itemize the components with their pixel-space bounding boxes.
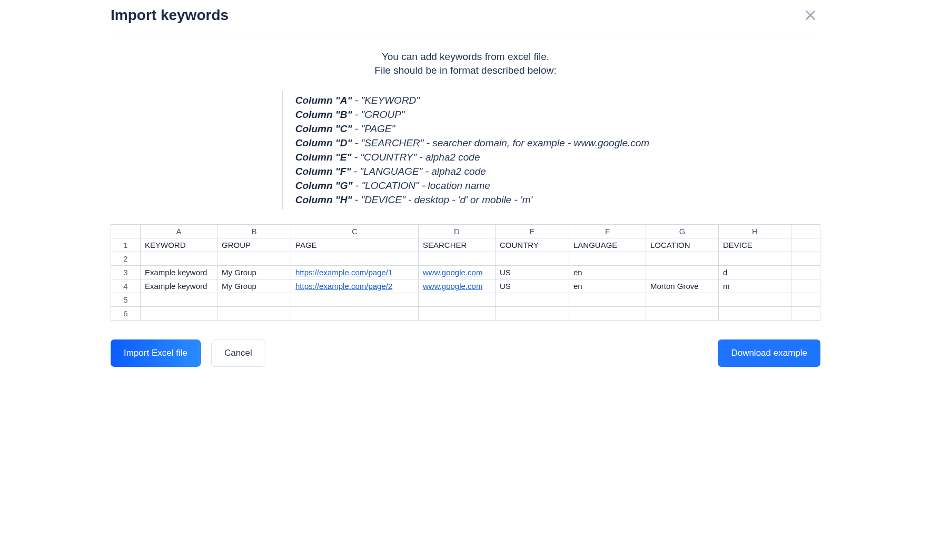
cell — [141, 307, 217, 321]
cell: https://example.com/page/2 — [291, 279, 419, 293]
row-number: 3 — [111, 266, 141, 279]
cell — [141, 252, 217, 266]
sheet-corner — [111, 225, 141, 238]
column-desc: - "PAGE" — [352, 123, 395, 134]
cell: LOCATION — [646, 238, 719, 252]
cell-link[interactable]: https://example.com/page/2 — [295, 282, 392, 291]
cancel-button[interactable]: Cancel — [211, 339, 265, 367]
table-row: 5 — [111, 293, 820, 307]
column-desc: - "SEARCHER" - searcher domain, for exam… — [352, 137, 650, 148]
cell: Morton Grove — [646, 279, 719, 293]
column-letter-label: Column "E" — [295, 152, 352, 163]
table-row: 6 — [111, 307, 820, 321]
cell — [791, 266, 820, 279]
column-desc: - "LOCATION" - location name — [353, 180, 490, 191]
cell: PAGE — [291, 238, 419, 252]
cell-link[interactable]: https://example.com/page/1 — [295, 268, 392, 277]
column-format-item: Column "A" - "KEYWORD" — [295, 95, 649, 106]
cell: My Group — [217, 279, 291, 293]
cell: d — [719, 266, 791, 279]
cell: www.google.com — [419, 279, 496, 293]
cell: US — [496, 279, 569, 293]
column-letter-label: Column "B" — [295, 109, 352, 120]
cell: My Group — [217, 266, 291, 279]
download-example-button[interactable]: Download example — [718, 339, 820, 367]
column-desc: - "KEYWORD" — [352, 95, 420, 106]
import-keywords-modal: Import keywords You can add keywords fro… — [97, 0, 834, 383]
cell — [291, 293, 419, 307]
cell — [791, 279, 820, 293]
column-letter-label: Column "F" — [295, 166, 351, 177]
column-letter: F — [569, 225, 646, 238]
column-format-item: Column "F" - "LANGUAGE" - alpha2 code — [295, 166, 649, 177]
spreadsheet-table: ABCDEFGH 1KEYWORDGROUPPAGESEARCHERCOUNTR… — [111, 224, 820, 321]
buttons-left-group: Import Excel file Cancel — [111, 339, 265, 367]
column-letter: B — [217, 225, 291, 238]
row-number: 6 — [111, 307, 141, 321]
cell — [291, 307, 419, 321]
import-excel-button[interactable]: Import Excel file — [111, 339, 201, 367]
cell-link[interactable]: www.google.com — [423, 282, 482, 291]
table-row: 4Example keywordMy Grouphttps://example.… — [111, 279, 820, 293]
column-format-item: Column "G" - "LOCATION" - location name — [295, 180, 649, 192]
column-letter: C — [291, 225, 419, 238]
cell — [496, 252, 569, 266]
table-row: 3Example keywordMy Grouphttps://example.… — [111, 266, 820, 279]
cell: www.google.com — [419, 266, 496, 279]
cell: https://example.com/page/1 — [291, 266, 419, 279]
cell — [419, 307, 496, 321]
column-desc: - "DEVICE" - desktop - 'd' or mobile - '… — [352, 194, 533, 205]
cell — [141, 293, 217, 307]
column-letter-label: Column "G" — [295, 180, 353, 191]
cell: SEARCHER — [419, 238, 496, 252]
buttons-row: Import Excel file Cancel Download exampl… — [111, 339, 820, 367]
cell: GROUP — [217, 238, 291, 252]
cell: en — [569, 279, 646, 293]
column-letter: A — [141, 225, 217, 238]
cell — [496, 293, 569, 307]
cell — [719, 307, 791, 321]
column-format-item: Column "D" - "SEARCHER" - searcher domai… — [295, 137, 649, 149]
column-desc: - "LANGUAGE" - alpha2 code — [351, 166, 486, 177]
column-letter: E — [496, 225, 569, 238]
cell — [291, 252, 419, 266]
cell: US — [496, 266, 569, 279]
cell — [646, 266, 719, 279]
intro-line-1: You can add keywords from excel file. — [111, 51, 820, 63]
column-letter-extra — [791, 225, 820, 238]
cell — [791, 252, 820, 266]
column-letter: D — [419, 225, 496, 238]
cell — [217, 307, 291, 321]
column-format-item: Column "E" - "COUNTRY" - alpha2 code — [295, 152, 649, 163]
column-letter: G — [646, 225, 719, 238]
column-format-item: Column "C" - "PAGE" — [295, 123, 649, 135]
cell — [569, 293, 646, 307]
cell: DEVICE — [719, 238, 791, 252]
intro-text: You can add keywords from excel file. Fi… — [111, 51, 820, 76]
row-number: 5 — [111, 293, 141, 307]
modal-header: Import keywords — [111, 5, 820, 35]
cell — [791, 307, 820, 321]
cell — [569, 307, 646, 321]
modal-body: You can add keywords from excel file. Fi… — [111, 51, 820, 367]
cell — [217, 252, 291, 266]
cell — [569, 252, 646, 266]
cell: COUNTRY — [496, 238, 569, 252]
cell — [719, 293, 791, 307]
close-icon[interactable] — [800, 5, 820, 25]
column-format-item: Column "H" - "DEVICE" - desktop - 'd' or… — [295, 194, 649, 206]
cell: Example keyword — [141, 266, 217, 279]
row-number: 4 — [111, 279, 141, 293]
cell — [791, 238, 820, 252]
column-letter-label: Column "A" — [295, 95, 352, 106]
table-row: 2 — [111, 252, 820, 266]
column-format-item: Column "B" - "GROUP" — [295, 109, 649, 121]
cell — [646, 252, 719, 266]
row-number: 1 — [111, 238, 141, 252]
cell: Example keyword — [141, 279, 217, 293]
column-letter-label: Column "D" — [295, 137, 352, 148]
column-letter-label: Column "H" — [295, 194, 352, 205]
spreadsheet-preview: ABCDEFGH 1KEYWORDGROUPPAGESEARCHERCOUNTR… — [111, 224, 820, 321]
cell-link[interactable]: www.google.com — [423, 268, 482, 277]
column-letter: H — [719, 225, 791, 238]
